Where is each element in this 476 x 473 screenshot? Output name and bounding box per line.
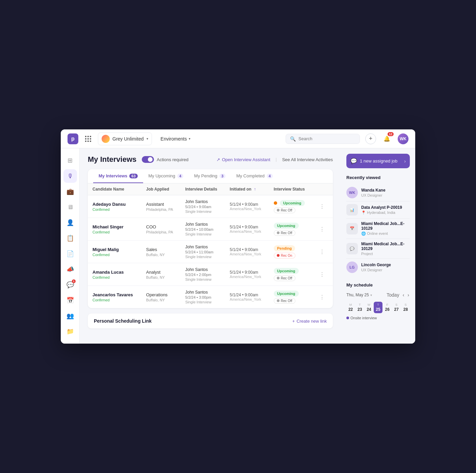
right-panel: 💬 1 new assigned job › Recently viewed W… [341,148,415,344]
calendar-day-23[interactable]: T 23 [355,302,364,313]
col-initiated-on[interactable]: Initiated on ↑ [225,183,269,195]
cell-interview-details: John Santos 5/2/24 • 3:00pm Single Inter… [181,286,225,308]
status-col: Upcoming Rec Off [274,200,308,213]
org-chevron-icon: ▾ [147,137,148,141]
cell-initiated: 5/1/24 • 9:00am America/New_York [225,195,269,218]
today-button[interactable]: Today [386,292,400,298]
calendar-day-25[interactable]: T 25 [374,302,382,313]
page-header: My Interviews Actions required ↗ Open In… [88,155,333,164]
sidebar-item-folder[interactable]: 📁 [63,325,77,338]
rec-badge[interactable]: Rec Off [274,207,295,213]
app-body: ⊞ 🎙 💼 🖥 👤 📋 📄 📣 💬 1 📅 👥 📁 My Interviews [61,148,415,344]
status-col: Upcoming Rec Off [274,223,308,236]
search-input[interactable] [298,136,355,141]
candidate-name: Miguel Malig [92,247,137,252]
recent-name: Miami Medical Job...E-10129 [361,242,410,251]
logo-button[interactable]: p [68,133,78,144]
open-assistant-button[interactable]: ↗ Open Interview Assistant [216,157,270,162]
recent-avatar: 📊 [346,204,358,216]
onsite-dot [346,317,349,319]
rec-badge[interactable]: Rec Off [274,230,295,236]
tab-my-pending[interactable]: My Pending 3 [189,169,231,183]
cell-candidate: Jeancarlos Tavares Confirmed [88,286,141,308]
cell-status: Upcoming Rec Off [269,218,313,241]
interview-type: Single Interview [185,277,220,281]
tab-my-interviews[interactable]: My Interviews 63 [93,169,143,183]
toggle-container: Actions required [142,156,188,163]
job-location: Buffalo, NY [146,298,176,302]
interview-type: Single Interview [185,232,220,236]
candidate-status: Confirmed [92,253,137,257]
rec-dot-icon [277,299,280,302]
recent-item-miami-medical-2[interactable]: 💬 Miami Medical Job...E-10129 Project [346,239,410,259]
actions-toggle[interactable] [142,156,154,163]
recent-item-lincoln-george[interactable]: LG Lincoln George UX Designer [346,259,410,276]
recent-item-miami-medical-1[interactable]: 📅 Miami Medical Job...E-10129 🌐 Online e… [346,219,410,239]
tab-my-upcoming-count: 4 [177,174,183,178]
sidebar-item-jobs[interactable]: 💼 [63,185,77,198]
env-selector[interactable]: Enviroments ▾ [157,134,194,144]
sidebar-item-chat[interactable]: 💬 1 [63,278,77,292]
sidebar-item-megaphone[interactable]: 📣 [63,263,77,276]
tab-my-upcoming[interactable]: My Upcoming 4 [143,169,189,183]
schedule-header: My schedule [346,282,410,288]
cell-candidate: Adedayo Dansu Confirmed [88,195,141,218]
status-badge: Upcoming [274,291,299,297]
initiated-date: 5/1/24 • 9:00am [230,293,264,297]
recent-sub: UX Designer [361,193,386,197]
more-options-button[interactable]: ⋮ [317,292,327,302]
interviewer-name: John Santos [185,245,220,249]
calendar-day-22[interactable]: M 22 [346,302,355,313]
next-week-button[interactable]: › [407,292,410,298]
scheduling-link-title: Personal Scheduling Link [94,318,152,324]
calendar-day-24[interactable]: W 24 [365,302,373,313]
sidebar-item-monitor[interactable]: 🖥 [63,200,77,214]
sidebar-item-team[interactable]: 👥 [63,309,77,323]
more-options-button[interactable]: ⋮ [317,270,327,279]
rec-badge[interactable]: Rec On [274,253,295,258]
recent-item-data-analyst[interactable]: 📊 Data Analyst P-20019 📍 Hyderabad, Indi… [346,201,410,219]
col-actions [313,183,333,195]
sidebar-item-calendar[interactable]: 📅 [63,294,77,307]
recent-item-wanda-kane[interactable]: WK Wanda Kane UX Designer [346,184,410,201]
sidebar-item-interviews[interactable]: 🎙 [63,169,77,183]
month-chevron-icon: ▾ [370,293,372,297]
recent-info: Lincoln George UX Designer [361,263,391,272]
more-options-button[interactable]: ⋮ [317,247,327,256]
create-link-button[interactable]: + Create new link [292,319,327,324]
org-avatar [102,135,110,143]
prev-week-button[interactable]: ‹ [402,292,405,298]
notifications-button[interactable]: 🔔 12 [381,133,392,144]
sidebar-item-person[interactable]: 👤 [63,216,77,229]
calendar-day-28[interactable]: S 28 [401,302,410,313]
more-options-button[interactable]: ⋮ [317,224,327,234]
see-all-button[interactable]: See All Interview Activities [282,157,333,162]
sidebar-item-grid[interactable]: ⊞ [63,154,77,167]
status-col: Upcoming Rec Off [274,291,308,304]
more-options-button[interactable]: ⋮ [317,202,327,211]
calendar-day-27[interactable]: S 27 [392,302,401,313]
recent-info: Miami Medical Job...E-10129 Project [361,242,410,256]
calendar-day-26[interactable]: F 26 [383,302,392,313]
table-row: Michael Singer Confirmed COO Philadelphi… [88,218,333,241]
chat-badge: 1 [72,279,75,283]
tab-my-pending-count: 3 [219,174,226,178]
user-avatar[interactable]: WK [398,133,408,144]
org-selector[interactable]: Grey Unlimited ▾ [98,132,152,145]
sort-icon: ↑ [254,187,256,192]
assigned-job-card[interactable]: 💬 1 new assigned job › [346,154,410,168]
cell-candidate: Michael Singer Confirmed [88,218,141,241]
cell-more: ⋮ [313,241,333,263]
grid-icon[interactable] [84,134,92,143]
tab-my-completed[interactable]: My Completed 4 [231,169,278,183]
initiated-date: 5/1/24 • 9:00am [230,202,264,207]
add-button[interactable]: + [365,133,376,144]
cell-initiated: 5/1/24 • 9:00am America/New_York [225,241,269,263]
schedule-section: My schedule Thu, May 25 ▾ Today ‹ › M 22… [346,282,410,320]
cell-initiated: 5/1/24 • 9:00am America/New_York [225,218,269,241]
rec-badge[interactable]: Rec Off [274,298,295,304]
page-title: My Interviews [88,155,136,164]
sidebar-item-clipboard[interactable]: 📋 [63,231,77,245]
rec-badge[interactable]: Rec Off [274,275,295,281]
sidebar-item-notes[interactable]: 📄 [63,247,77,260]
